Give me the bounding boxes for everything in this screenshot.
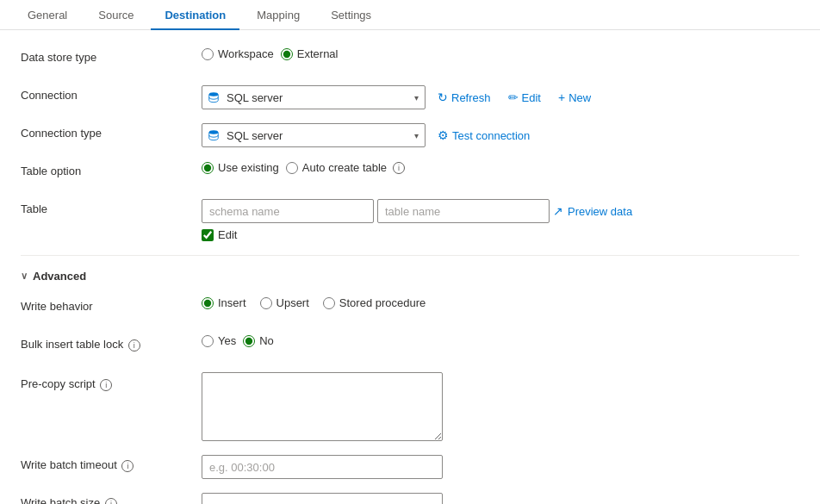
write-batch-size-info-icon: i <box>105 498 117 504</box>
plus-icon: + <box>558 90 565 104</box>
write-batch-size-label: Write batch size i <box>21 493 202 504</box>
refresh-button[interactable]: ↻ Refresh <box>432 87 496 108</box>
radio-no-input[interactable] <box>243 335 255 347</box>
data-store-type-control: Workspace External <box>202 47 799 60</box>
pre-copy-info-icon: i <box>100 379 112 391</box>
write-batch-size-row: Write batch size i <box>21 493 799 504</box>
table-row: Table ↗ Preview data Edit <box>21 199 799 241</box>
connection-select-wrapper: SQL server ▾ <box>202 85 426 109</box>
radio-upsert[interactable]: Upsert <box>260 296 309 309</box>
edit-checkbox-label: Edit <box>218 228 237 241</box>
write-batch-size-label-text: Write batch size <box>21 496 100 504</box>
table-option-label: Table option <box>21 161 202 177</box>
new-button[interactable]: + New <box>553 87 596 108</box>
connection-select[interactable]: SQL server <box>202 85 426 109</box>
test-connection-icon: ⚙ <box>438 128 449 142</box>
advanced-chevron-icon: ∨ <box>21 271 28 282</box>
radio-stored-procedure-input[interactable] <box>323 297 335 309</box>
write-batch-timeout-input[interactable] <box>202 455 443 479</box>
pre-copy-label-text: Pre-copy script <box>21 377 96 390</box>
radio-insert[interactable]: Insert <box>202 296 246 309</box>
test-connection-button[interactable]: ⚙ Test connection <box>432 125 535 146</box>
bulk-insert-info-icon: i <box>128 339 140 352</box>
radio-yes[interactable]: Yes <box>202 334 236 347</box>
radio-upsert-label: Upsert <box>276 296 309 309</box>
bulk-insert-row: Bulk insert table lock i Yes No <box>21 334 799 358</box>
radio-auto-create[interactable]: Auto create table i <box>286 161 405 174</box>
bulk-insert-control: Yes No <box>202 334 799 347</box>
connection-type-control: SQL server ▾ ⚙ Test connection <box>202 123 799 147</box>
radio-insert-label: Insert <box>218 296 246 309</box>
radio-auto-create-input[interactable] <box>286 162 298 174</box>
radio-yes-label: Yes <box>218 334 236 347</box>
edit-checkbox[interactable]: Edit <box>202 228 237 241</box>
connection-row: Connection SQL server ▾ ↻ Refresh <box>21 85 799 109</box>
pre-copy-script-textarea[interactable] <box>202 372 443 441</box>
radio-insert-input[interactable] <box>202 297 214 309</box>
radio-auto-create-label: Auto create table <box>302 161 387 174</box>
write-batch-timeout-info-icon: i <box>121 460 134 472</box>
radio-no[interactable]: No <box>243 334 274 347</box>
radio-stored-procedure[interactable]: Stored procedure <box>323 296 426 309</box>
data-store-type-label: Data store type <box>21 47 202 64</box>
write-batch-timeout-label-text: Write batch timeout <box>21 458 117 471</box>
write-behavior-control: Insert Upsert Stored procedure <box>202 296 799 309</box>
preview-data-icon: ↗ <box>553 204 563 218</box>
refresh-label: Refresh <box>451 91 491 104</box>
pre-copy-script-row: Pre-copy script i <box>21 372 799 441</box>
auto-create-info-icon: i <box>393 162 405 174</box>
tab-mapping[interactable]: Mapping <box>243 0 314 30</box>
radio-upsert-input[interactable] <box>260 297 272 309</box>
refresh-icon: ↻ <box>438 90 448 104</box>
radio-external-input[interactable] <box>281 48 293 60</box>
edit-label: Edit <box>522 91 541 104</box>
tab-general[interactable]: General <box>14 0 81 30</box>
radio-workspace[interactable]: Workspace <box>202 47 274 60</box>
bulk-insert-label-text: Bulk insert table lock <box>21 338 123 351</box>
write-batch-size-control <box>202 493 799 504</box>
tab-source[interactable]: Source <box>84 0 147 30</box>
radio-use-existing-input[interactable] <box>202 162 214 174</box>
table-option-control: Use existing Auto create table i <box>202 161 799 174</box>
table-control: ↗ Preview data Edit <box>202 199 799 241</box>
preview-data-link[interactable]: ↗ Preview data <box>553 204 632 218</box>
schema-name-input[interactable] <box>202 199 374 223</box>
separator <box>21 255 799 256</box>
tab-settings[interactable]: Settings <box>317 0 385 30</box>
table-inputs-row: ↗ Preview data <box>202 199 632 223</box>
edit-button[interactable]: ✏ Edit <box>503 87 546 108</box>
radio-stored-procedure-label: Stored procedure <box>339 296 426 309</box>
data-store-type-row: Data store type Workspace External <box>21 47 799 72</box>
tab-bar: General Source Destination Mapping Setti… <box>0 0 820 30</box>
radio-use-existing[interactable]: Use existing <box>202 161 279 174</box>
pre-copy-script-label: Pre-copy script i <box>21 372 202 391</box>
write-batch-timeout-control <box>202 455 799 479</box>
advanced-label: Advanced <box>33 270 86 283</box>
radio-workspace-label: Workspace <box>218 47 274 60</box>
radio-external-label: External <box>297 47 339 60</box>
radio-external[interactable]: External <box>281 47 339 60</box>
connection-type-label: Connection type <box>21 123 202 140</box>
bulk-insert-label: Bulk insert table lock i <box>21 334 202 352</box>
connection-control: SQL server ▾ ↻ Refresh ✏ Edit + New <box>202 85 799 109</box>
edit-checkbox-input[interactable] <box>202 229 214 241</box>
radio-yes-input[interactable] <box>202 335 214 347</box>
edit-icon: ✏ <box>508 90 519 104</box>
connection-type-select[interactable]: SQL server <box>202 123 426 147</box>
table-name-input[interactable] <box>377 199 550 223</box>
write-batch-timeout-label: Write batch timeout i <box>21 455 202 472</box>
write-behavior-row: Write behavior Insert Upsert Stored proc… <box>21 296 799 320</box>
preview-data-label: Preview data <box>568 205 632 218</box>
radio-use-existing-label: Use existing <box>218 161 279 174</box>
tab-destination[interactable]: Destination <box>151 0 239 30</box>
test-connection-label: Test connection <box>452 129 530 142</box>
pre-copy-script-control <box>202 372 799 441</box>
write-batch-timeout-row: Write batch timeout i <box>21 455 799 479</box>
connection-type-row: Connection type SQL server ▾ ⚙ Test conn… <box>21 123 799 147</box>
radio-workspace-input[interactable] <box>202 48 214 60</box>
connection-label: Connection <box>21 85 202 102</box>
advanced-header[interactable]: ∨ Advanced <box>21 270 799 283</box>
table-option-row: Table option Use existing Auto create ta… <box>21 161 799 185</box>
write-batch-size-input[interactable] <box>202 493 443 504</box>
table-label: Table <box>21 199 202 215</box>
